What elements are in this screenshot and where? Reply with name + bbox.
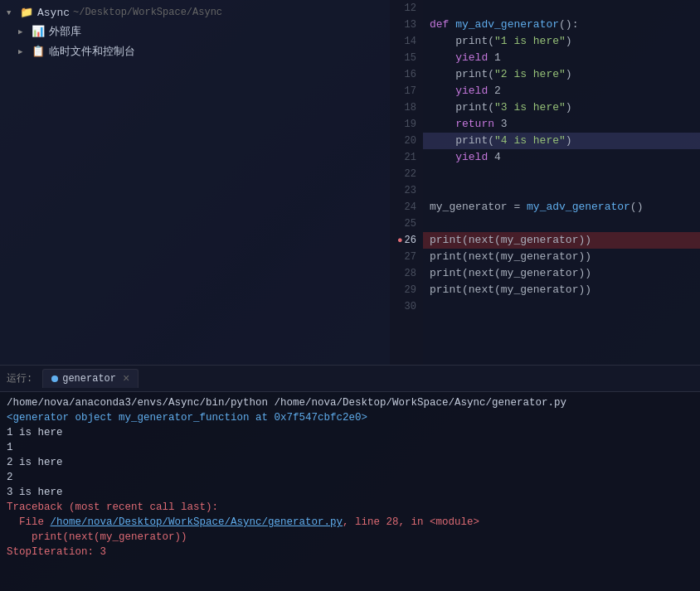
sidebar-item-async[interactable]: 📁 Async ~/Desktop/WorkSpace/Async: [0, 3, 390, 22]
line-number: ●26: [390, 232, 416, 249]
panel-tab-generator[interactable]: generator ×: [42, 369, 139, 388]
output-line: /home/nova/anaconda3/envs/Async/bin/pyth…: [7, 395, 693, 410]
output-line: 2: [7, 470, 693, 485]
line-number: 14: [390, 33, 416, 50]
code-line: my_generator = my_adv_generator(): [423, 199, 700, 216]
output-line: 1 is here: [7, 425, 693, 440]
output-line: File /home/nova/Desktop/WorkSpace/Async/…: [7, 515, 693, 530]
code-line: [423, 0, 700, 17]
panel-tabs: 运行: generator ×: [0, 366, 700, 392]
arrow-down-icon: [7, 8, 18, 17]
code-line: yield 1: [423, 50, 700, 66]
line-number: 27: [390, 249, 416, 265]
temp-icon: 📋: [32, 45, 45, 58]
error-file-path[interactable]: /home/nova/Desktop/WorkSpace/Async/gener…: [51, 516, 343, 528]
sidebar-item-external-libs[interactable]: 📊 外部库: [0, 22, 390, 41]
line-number: 16: [390, 66, 416, 83]
arrow-right-icon: [18, 47, 30, 56]
file-explorer: 📁 Async ~/Desktop/WorkSpace/Async 📊 外部库 …: [0, 0, 390, 365]
line-number: 21: [390, 149, 416, 166]
code-line: print(next(my_generator)): [423, 249, 700, 265]
code-line: [423, 298, 700, 315]
output-line: print(next(my_generator)): [7, 530, 693, 545]
tab-dot-icon: [51, 375, 58, 382]
code-line: yield 2: [423, 83, 700, 99]
terminal-panel: 运行: generator × ▶ ↑ 🔧 ↓ ≡ ☰ 🖨 🗑 /home/no…: [0, 365, 700, 591]
sidebar-item-temp-console[interactable]: 📋 临时文件和控制台: [0, 41, 390, 61]
code-line: def my_adv_generator():: [423, 17, 700, 33]
line-number: 20: [390, 133, 416, 149]
line-numbers: 1213141516171819202122232425●2627282930: [390, 0, 423, 365]
line-number: 13: [390, 17, 416, 33]
output-line: Traceback (most recent call last):: [7, 500, 693, 515]
line-number: 18: [390, 99, 416, 116]
output-line: 2 is here: [7, 455, 693, 470]
line-number: 29: [390, 282, 416, 298]
tab-close-button[interactable]: ×: [123, 372, 129, 385]
code-line: [423, 182, 700, 199]
line-number: 17: [390, 83, 416, 99]
code-line: print("1 is here"): [423, 33, 700, 50]
line-number: 30: [390, 298, 416, 315]
line-number: 12: [390, 0, 416, 17]
code-line: yield 4: [423, 149, 700, 166]
line-number: 15: [390, 50, 416, 66]
sidebar-item-path: ~/Desktop/WorkSpace/Async: [73, 7, 222, 18]
output-line: StopIteration: 3: [7, 545, 693, 560]
code-line: [423, 216, 700, 232]
code-lines[interactable]: def my_adv_generator(): print("1 is here…: [423, 0, 700, 365]
line-number: 28: [390, 265, 416, 282]
output-line: <generator object my_generator_function …: [7, 410, 693, 425]
code-line: print(next(my_generator)): [423, 232, 700, 249]
run-label: 运行:: [7, 371, 32, 385]
lib-icon: 📊: [32, 25, 45, 38]
code-line: print("2 is here"): [423, 66, 700, 83]
line-number: 25: [390, 216, 416, 232]
code-line: [423, 166, 700, 182]
line-number: 23: [390, 182, 416, 199]
panel-output: /home/nova/anaconda3/envs/Async/bin/pyth…: [0, 392, 700, 591]
folder-icon: 📁: [20, 6, 33, 19]
line-number: 22: [390, 166, 416, 182]
code-line: print("3 is here"): [423, 99, 700, 116]
sidebar-item-label: Async: [37, 7, 70, 19]
code-line: print("4 is here"): [423, 133, 700, 149]
code-line: print(next(my_generator)): [423, 282, 700, 298]
arrow-right-icon: [18, 27, 30, 36]
code-editor: 1213141516171819202122232425●2627282930 …: [390, 0, 700, 365]
sidebar-item-label: 临时文件和控制台: [49, 44, 135, 59]
code-line: return 3: [423, 116, 700, 133]
output-line: 1: [7, 440, 693, 455]
line-number: 19: [390, 116, 416, 133]
sidebar-item-label: 外部库: [49, 24, 81, 39]
output-line: 3 is here: [7, 485, 693, 500]
code-line: print(next(my_generator)): [423, 265, 700, 282]
line-number: 24: [390, 199, 416, 216]
tab-name: generator: [62, 373, 116, 385]
